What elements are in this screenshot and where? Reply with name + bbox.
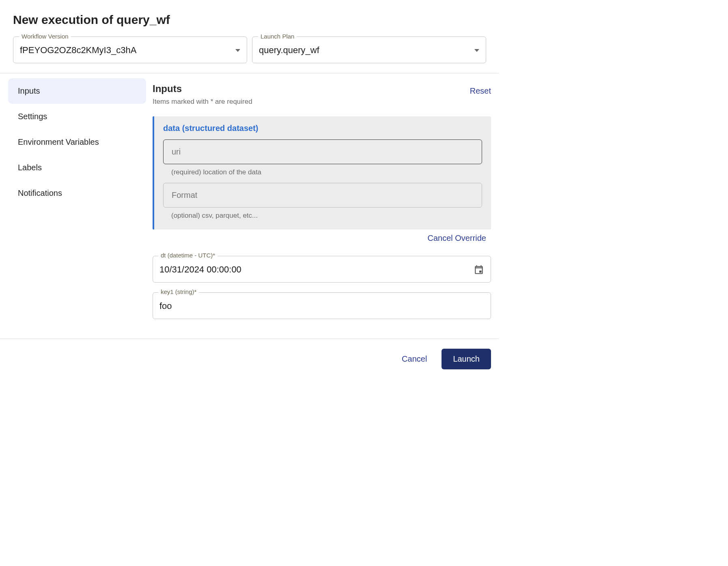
page-title: New execution of query_wf xyxy=(13,13,486,27)
cancel-button[interactable]: Cancel xyxy=(394,349,435,369)
launch-button[interactable]: Launch xyxy=(442,349,491,369)
sidebar-item-settings[interactable]: Settings xyxy=(8,104,146,129)
footer: Cancel Launch xyxy=(0,339,499,379)
reset-button[interactable]: Reset xyxy=(470,86,491,96)
sidebar: Inputs Settings Environment Variables La… xyxy=(8,78,146,329)
main-content: Inputs Items marked with * are required … xyxy=(153,78,491,329)
inputs-subtitle: Items marked with * are required xyxy=(153,98,252,106)
dt-label: dt (datetime - UTC)* xyxy=(158,252,218,259)
uri-helper: (required) location of the data xyxy=(171,168,480,176)
dt-value: 10/31/2024 00:00:00 xyxy=(159,264,241,275)
chevron-down-icon xyxy=(474,49,479,52)
chevron-down-icon xyxy=(235,49,240,52)
uri-input[interactable] xyxy=(163,139,482,164)
calendar-icon[interactable] xyxy=(474,264,484,275)
sidebar-item-inputs[interactable]: Inputs xyxy=(8,78,146,104)
workflow-version-label: Workflow Version xyxy=(19,33,71,40)
sidebar-item-notifications[interactable]: Notifications xyxy=(8,180,146,206)
launch-plan-label: Launch Plan xyxy=(258,33,297,40)
format-input[interactable] xyxy=(163,183,482,208)
data-panel: data (structured dataset) (required) loc… xyxy=(153,116,491,229)
cancel-override-button[interactable]: Cancel Override xyxy=(153,234,491,243)
svg-rect-0 xyxy=(479,270,481,272)
sidebar-item-environment-variables[interactable]: Environment Variables xyxy=(8,129,146,155)
workflow-version-value: fPEYOG2OZ8c2KMyI3_c3hA xyxy=(20,45,136,56)
key1-field-wrap: key1 (string)* xyxy=(153,292,491,319)
inputs-heading: Inputs xyxy=(153,83,252,94)
data-panel-title: data (structured dataset) xyxy=(163,124,482,133)
launch-plan-value: query.query_wf xyxy=(259,45,319,56)
launch-plan-select[interactable]: Launch Plan query.query_wf xyxy=(252,36,486,63)
format-helper: (optional) csv, parquet, etc... xyxy=(171,212,480,220)
key1-input[interactable] xyxy=(153,292,491,319)
dt-input[interactable]: 10/31/2024 00:00:00 xyxy=(153,256,491,283)
workflow-version-select[interactable]: Workflow Version fPEYOG2OZ8c2KMyI3_c3hA xyxy=(13,36,247,63)
dt-field-wrap: dt (datetime - UTC)* 10/31/2024 00:00:00 xyxy=(153,256,491,283)
sidebar-item-labels[interactable]: Labels xyxy=(8,155,146,180)
key1-label: key1 (string)* xyxy=(158,288,199,295)
